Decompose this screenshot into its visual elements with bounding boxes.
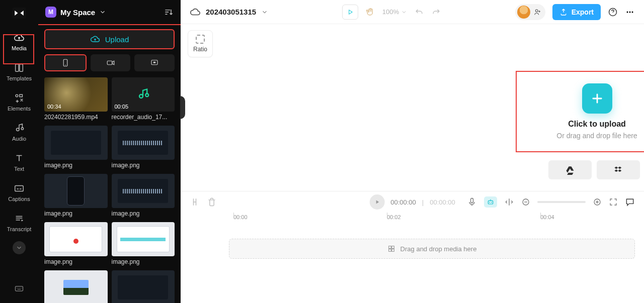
ruler-tick: 00:04 (540, 214, 554, 220)
keyboard-shortcuts-button[interactable] (13, 282, 26, 295)
marker-icon[interactable] (504, 197, 514, 207)
thumbnail (112, 126, 175, 160)
rail-item-audio[interactable]: Audio (4, 119, 34, 146)
svg-point-13 (145, 93, 148, 96)
trash-icon[interactable] (207, 197, 217, 207)
media-name: image.png (44, 258, 108, 265)
svg-rect-1 (16, 64, 19, 72)
stage: Ratio Click to upload Or drag and drop f… (181, 24, 644, 191)
cloud-upload-icon (14, 32, 25, 43)
timeline-ruler[interactable]: 00:00 00:02 00:04 (181, 213, 644, 224)
comment-icon[interactable] (625, 197, 635, 207)
timeline-track-area[interactable]: Drag and drop media here (181, 224, 644, 303)
rail-item-text[interactable]: Text (4, 149, 34, 176)
hand-icon[interactable] (365, 7, 375, 17)
rail-more-button[interactable] (13, 241, 26, 254)
media-item[interactable]: image.png (112, 174, 175, 217)
more-icon[interactable] (625, 7, 635, 17)
rail-item-media[interactable]: Media (4, 28, 34, 55)
transcript-icon (14, 213, 25, 224)
svg-rect-12 (153, 62, 156, 63)
play-icon (347, 9, 354, 16)
rail-item-templates[interactable]: Templates (4, 58, 34, 85)
ai-button[interactable] (484, 196, 497, 208)
rail-label: Text (14, 166, 24, 172)
main-area: 202403051315 100% Export Ratio (181, 0, 644, 303)
import-dropbox-button[interactable] (597, 160, 640, 179)
svg-point-22 (491, 202, 492, 203)
rail-item-transcript[interactable]: Transcript (4, 209, 34, 236)
svg-rect-26 (391, 246, 394, 249)
tab-device[interactable] (44, 54, 87, 71)
cloud-upload-icon (90, 34, 100, 44)
export-label: Export (572, 8, 594, 16)
media-item[interactable]: image.png (112, 270, 175, 303)
panel-collapse-handle[interactable] (180, 96, 185, 119)
timeline-drop-hint: Drag and drop media here (400, 245, 477, 253)
split-icon[interactable] (190, 197, 200, 207)
sort-button[interactable] (164, 7, 174, 17)
zoom-in-icon[interactable] (593, 197, 602, 207)
undo-icon[interactable] (414, 7, 424, 17)
zoom-dropdown[interactable]: 100% (382, 8, 407, 16)
rail-label: Elements (8, 106, 31, 112)
mic-icon[interactable] (467, 197, 477, 207)
media-name: image.png (44, 210, 108, 217)
project-name: 202403051315 (206, 8, 256, 16)
media-item[interactable]: image.png (112, 126, 175, 169)
media-item[interactable]: image.png (44, 222, 108, 265)
timeline: 00:00:00 | 00:00:00 00:00 00:02 00:04 (181, 191, 644, 303)
svg-rect-19 (471, 198, 473, 203)
media-item[interactable]: image.png (44, 126, 108, 169)
media-item[interactable]: image.png (44, 174, 108, 217)
timeline-play-button[interactable] (369, 194, 384, 210)
tab-screen[interactable] (134, 54, 175, 71)
upload-button[interactable]: Upload (44, 29, 175, 49)
tab-camera[interactable] (91, 54, 131, 71)
svg-rect-25 (388, 246, 391, 249)
fit-icon[interactable] (609, 197, 618, 207)
cloud-icon (190, 7, 201, 18)
avatar (517, 6, 530, 19)
upload-dropzone[interactable]: Click to upload Or drag and drop file he… (516, 71, 644, 152)
rail-item-elements[interactable]: Elements (4, 88, 34, 116)
preview-play-button[interactable] (342, 5, 358, 20)
ratio-icon (196, 35, 205, 44)
redo-icon[interactable] (431, 7, 441, 17)
help-icon[interactable] (608, 7, 618, 17)
elements-icon (14, 92, 25, 104)
ratio-button[interactable]: Ratio (188, 30, 213, 57)
rail-label: Templates (7, 75, 32, 81)
chevron-down-icon (401, 9, 407, 15)
google-drive-icon (565, 165, 575, 175)
media-grid: 00:34202402281959.mp4 00:05recorder_audi… (44, 77, 175, 303)
chevron-down-icon (261, 9, 268, 16)
rail-label: Captions (8, 196, 30, 202)
rail-item-captions[interactable]: Captions (4, 179, 34, 206)
time-total: 00:00:00 (430, 198, 455, 206)
upload-plus-button[interactable] (582, 83, 612, 114)
project-title[interactable]: 202403051315 (190, 7, 268, 18)
export-button[interactable]: Export (552, 4, 601, 20)
space-selector[interactable]: M My Space (45, 7, 106, 18)
app-logo[interactable] (10, 4, 28, 22)
upload-title: Click to upload (568, 120, 626, 129)
import-google-drive-button[interactable] (548, 160, 592, 179)
media-item[interactable]: 00:34202402281959.mp4 (44, 77, 108, 121)
rail-label: Media (12, 45, 27, 51)
svg-rect-20 (488, 200, 493, 204)
account-menu[interactable] (515, 4, 545, 20)
thumbnail (44, 222, 108, 256)
media-item[interactable]: image.png (112, 222, 175, 265)
zoom-out-icon[interactable] (521, 197, 530, 207)
zoom-slider[interactable] (537, 201, 586, 203)
media-item[interactable]: image.png (44, 270, 108, 303)
ratio-label: Ratio (193, 46, 207, 53)
timeline-dropzone[interactable]: Drag and drop media here (229, 239, 635, 259)
svg-rect-0 (12, 8, 26, 19)
plus-icon (590, 91, 604, 106)
svg-rect-10 (107, 61, 112, 65)
svg-point-18 (632, 11, 633, 13)
media-item[interactable]: 00:05recorder_audio_17... (112, 77, 175, 121)
robot-icon (487, 198, 495, 206)
